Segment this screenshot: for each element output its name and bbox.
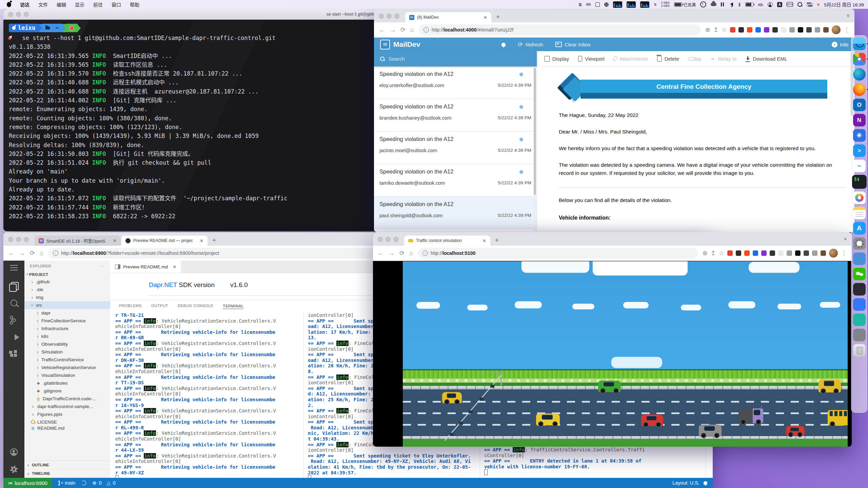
branch-indicator[interactable]: main — [58, 480, 75, 486]
dock-icon-app-teal[interactable] — [853, 313, 866, 326]
extension-icon[interactable] — [795, 250, 801, 256]
site-info-icon[interactable]: i — [423, 27, 429, 33]
menu-bar-clock[interactable]: 5月22日 周日 16:39 — [824, 1, 864, 8]
dock-icon-appstore[interactable]: A — [853, 222, 866, 235]
extension-icon[interactable] — [806, 27, 812, 33]
layout-indicator[interactable]: Layout: U.S. — [672, 480, 699, 486]
source-control-icon[interactable] — [9, 316, 18, 325]
menu-item-文件[interactable]: 文件 — [38, 1, 48, 8]
new-tab-button[interactable]: + — [495, 237, 499, 244]
tree-item-.gitattributes[interactable]: ◆.gitattributes — [24, 379, 110, 387]
email-list-item[interactable]: Speeding violation on the A12geraldo.wes… — [374, 229, 537, 232]
bookmark-star-icon[interactable]: ☆ — [719, 250, 724, 256]
status-battery-icon[interactable]: 已充满 — [674, 2, 696, 7]
tree-item-Infrastructure[interactable]: ›Infrastructure — [24, 325, 110, 332]
status-wifi-icon[interactable] — [758, 3, 763, 6]
toolbar-download-eml-button[interactable]: Download EML — [746, 56, 787, 62]
tree-item-k8s[interactable]: ›k8s — [24, 332, 110, 340]
dock-icon-app-blue2[interactable] — [853, 298, 866, 311]
forward-button[interactable]: → — [19, 250, 25, 256]
dock-icon-edge[interactable] — [853, 68, 866, 81]
extension-icon[interactable] — [764, 27, 769, 33]
tab-close-icon[interactable]: ✕ — [113, 238, 117, 243]
tab-close-icon[interactable]: ✕ — [482, 238, 486, 243]
browser-menu-icon[interactable]: ⋮ — [844, 27, 850, 33]
dock-icon-wechat[interactable] — [853, 268, 866, 280]
extension-icon[interactable] — [772, 27, 778, 33]
dock-icon-photos[interactable] — [853, 191, 866, 204]
extensions-icon[interactable] — [9, 350, 18, 359]
status-rates-icon[interactable]: 2 KB/s2 KB/s — [661, 1, 670, 7]
tree-item-VehicleRegistrationService[interactable]: ›VehicleRegistrationService — [24, 364, 110, 371]
extension-icon[interactable] — [747, 27, 752, 33]
extension-icon[interactable] — [789, 27, 795, 33]
tree-item-README.md[interactable]: ◍README.md — [24, 426, 110, 430]
extension-icon[interactable] — [812, 250, 817, 256]
remote-indicator[interactable]: ><localhost:6900 — [3, 478, 52, 488]
new-tab-button[interactable]: + — [496, 13, 500, 21]
home-button[interactable]: ⌂ — [410, 27, 414, 33]
status-meter-icon[interactable]: MEM — [627, 1, 636, 8]
tree-item-.github[interactable]: ›.github — [24, 278, 110, 286]
status-dot-icon[interactable] — [817, 3, 820, 6]
explorer-icon[interactable] — [11, 282, 19, 290]
extension-icon[interactable] — [755, 27, 761, 33]
settings-gear-icon[interactable] — [10, 466, 18, 473]
search-icon[interactable] — [11, 300, 17, 306]
dock-icon-trash[interactable] — [853, 344, 866, 357]
menu-item-前往[interactable]: 前往 — [93, 1, 103, 8]
menu-icon[interactable] — [9, 263, 18, 272]
tree-item-Observability[interactable]: ›Observability — [24, 340, 110, 348]
dock-icon-outlook[interactable]: O — [853, 99, 866, 111]
tree-item-TrafficControlService[interactable]: ›TrafficControlService — [24, 356, 110, 364]
dock-icon-coral[interactable]: ✳ — [853, 129, 866, 142]
dock-icon-app-blue[interactable] — [853, 252, 866, 265]
extension-icon[interactable] — [753, 250, 758, 256]
site-info-icon[interactable]: i — [422, 250, 428, 256]
home-button[interactable]: ⌂ — [40, 250, 43, 256]
dock-icon-onenote[interactable]: N — [853, 114, 866, 126]
extension-icon[interactable] — [744, 250, 750, 256]
zoom-icon[interactable]: ⊕ — [703, 250, 708, 256]
status-text-icon[interactable]: S — [579, 2, 582, 7]
section-timeline[interactable]: ›TIMELINE — [24, 469, 110, 478]
dock-icon-terminal[interactable]: $▮ — [852, 175, 867, 189]
extension-icon[interactable] — [798, 27, 803, 33]
email-list-item[interactable]: Speeding violation on the A12eloy.unterk… — [374, 66, 537, 99]
reload-button[interactable]: ⟳ — [30, 250, 35, 256]
extension-icon[interactable] — [738, 27, 744, 33]
refresh-button[interactable]: ⟳Refresh — [518, 41, 543, 48]
window-controls[interactable] — [379, 14, 399, 19]
window-controls[interactable] — [378, 237, 398, 242]
tree-item-src[interactable]: ›src — [24, 301, 110, 309]
tab-close-icon[interactable]: ✕ — [484, 15, 487, 20]
url-bar[interactable]: ihttp://localhost:5100 — [418, 248, 698, 259]
status-cube-icon[interactable] — [595, 2, 600, 7]
browser-tab[interactable]: WSmartIDE v0.1.18 - 阿里OpenS✕ — [35, 236, 121, 246]
back-button[interactable]: ← — [378, 250, 384, 256]
status-meter-icon[interactable]: SSD — [640, 1, 649, 8]
toolbar-viewport-button[interactable]: Viewport — [578, 56, 605, 62]
tree-item-Figures.pptx[interactable]: ≡Figures.pptx — [24, 410, 110, 418]
extension-icon[interactable] — [781, 27, 786, 33]
extension-icon[interactable] — [736, 250, 741, 256]
tree-item-img[interactable]: ›img — [24, 293, 110, 301]
menu-item-显示[interactable]: 显示 — [75, 1, 84, 8]
panel-tab-output[interactable]: OUTPUT — [151, 304, 168, 308]
back-button[interactable]: ← — [379, 27, 385, 33]
status-search-icon[interactable] — [797, 2, 802, 7]
tree-item-dapr[interactable]: ›dapr — [24, 309, 110, 317]
tab-search-chevron-icon[interactable]: ∨ — [846, 13, 850, 18]
tree-item-dapr-trafficcontrol-sample...[interactable]: ≡dapr-trafficcontrol-sample... — [24, 403, 110, 410]
tree-item-LICENSE[interactable]: LICENSE — [24, 418, 110, 426]
notifications-bell[interactable] — [501, 43, 506, 46]
tree-item-.gitignore[interactable]: ◆.gitignore — [24, 387, 110, 395]
email-list-item[interactable]: Speeding violation on the A12paul.sheing… — [374, 197, 537, 229]
status-ship-icon[interactable] — [700, 1, 706, 7]
clear-inbox-button[interactable]: Clear Inbox — [555, 42, 591, 47]
tree-item-VisualSimulation[interactable]: ›VisualSimulation — [24, 371, 110, 379]
menu-item-访达[interactable]: 访达 — [20, 1, 29, 8]
window-controls[interactable] — [8, 12, 29, 17]
tab-search-chevron-icon[interactable]: ∨ — [844, 236, 847, 241]
url-bar[interactable]: ihttp://localhost:4000/#/email/7umzjJ2f — [419, 24, 701, 35]
